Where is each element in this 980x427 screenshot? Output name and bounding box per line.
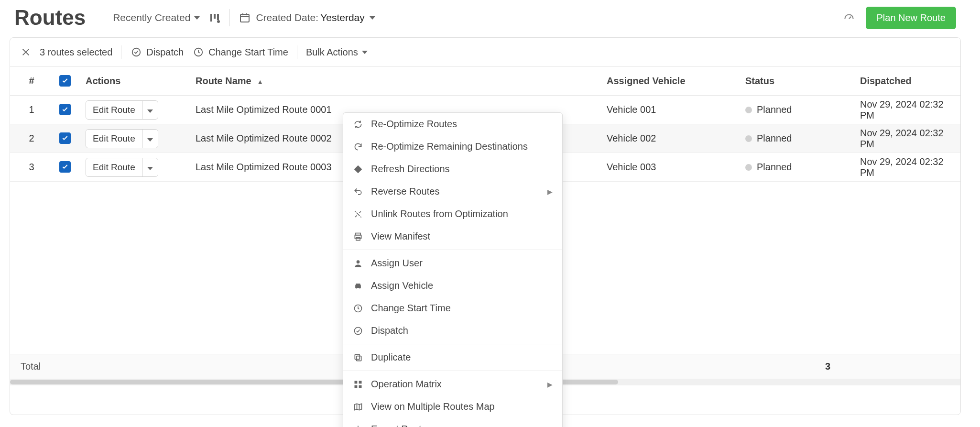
status-label: Planned [757,104,792,115]
unlink-icon [353,209,363,219]
edit-route-caret[interactable] [142,158,158,176]
print-icon [353,231,363,242]
menu-refresh-directions[interactable]: Refresh Directions [343,158,562,180]
divider [229,9,230,26]
download-icon [353,424,363,427]
checkbox-checked-icon[interactable] [59,132,71,144]
edit-route-caret[interactable] [142,130,158,148]
row-checkbox[interactable] [48,161,82,173]
col-assigned-vehicle[interactable]: Assigned Vehicle [603,76,741,87]
menu-label: Re-Optimize Remaining Destinations [371,141,528,152]
redo-icon [353,142,363,152]
submenu-arrow-icon: ▶ [547,381,553,388]
total-label: Total [21,361,41,372]
caret-down-icon [147,109,153,113]
row-dispatched: Nov 29, 2024 02:32 PM [856,156,956,178]
row-assigned-vehicle[interactable]: Vehicle 002 [603,133,741,144]
svg-rect-19 [355,385,358,388]
change-start-time-action[interactable]: Change Start Time [192,46,288,58]
status-label: Planned [757,162,792,173]
bulk-actions-dropdown[interactable]: Bulk Actions [306,47,368,58]
menu-duplicate[interactable]: Duplicate [343,346,562,369]
row-checkbox[interactable] [48,132,82,144]
svg-rect-4 [240,14,249,22]
svg-rect-20 [359,385,362,388]
row-dispatched: Nov 29, 2024 02:32 PM [856,99,956,121]
clear-selection-icon[interactable] [21,47,31,57]
view-filter-dropdown[interactable]: Recently Created [113,12,200,23]
menu-assign-vehicle[interactable]: Assign Vehicle [343,274,562,297]
col-status[interactable]: Status [741,76,856,87]
status-dot-icon [745,164,752,171]
svg-point-5 [132,48,141,56]
caret-down-icon [370,16,375,20]
menu-reoptimize-routes[interactable]: Re-Optimize Routes [343,113,562,135]
menu-label: View on Multiple Routes Map [371,401,495,412]
menu-label: Duplicate [371,352,411,363]
edit-route-button[interactable]: Edit Route [86,101,142,119]
row-assigned-vehicle[interactable]: Vehicle 001 [603,104,741,115]
svg-point-12 [359,287,361,288]
row-status: Planned [741,162,856,173]
selection-count: 3 routes selected [40,47,112,58]
menu-unlink-routes[interactable]: Unlink Routes from Optimization [343,203,562,225]
submenu-arrow-icon: ▶ [547,188,553,196]
created-date-value: Yesterday [320,12,365,23]
edit-route-button-group: Edit Route [86,158,158,177]
menu-label: Operation Matrix [371,379,442,390]
menu-label: Assign User [371,258,423,269]
menu-label: Assign Vehicle [371,280,433,291]
map-icon [353,402,363,412]
bulk-actions-menu: Re-Optimize Routes Re-Optimize Remaining… [343,112,563,427]
edit-route-button[interactable]: Edit Route [86,158,142,176]
col-select-all[interactable] [48,75,82,87]
svg-rect-17 [355,381,358,383]
menu-reverse-routes[interactable]: Reverse Routes ▶ [343,180,562,203]
dispatch-label: Dispatch [146,47,184,58]
menu-view-manifest[interactable]: View Manifest [343,225,562,248]
customize-columns-icon[interactable] [208,11,221,24]
dispatch-action[interactable]: Dispatch [130,46,184,58]
sort-asc-icon: ▲ [257,78,263,86]
vehicle-icon [353,281,363,291]
edit-route-caret[interactable] [142,101,158,119]
view-filter-label: Recently Created [113,12,190,23]
edit-route-button[interactable]: Edit Route [86,130,142,148]
menu-operation-matrix[interactable]: Operation Matrix ▶ [343,373,562,395]
row-number: 3 [15,162,48,173]
row-number: 2 [15,133,48,144]
selection-toolbar: 3 routes selected Dispatch Change Start … [10,38,960,67]
checkbox-checked-icon[interactable] [59,104,71,115]
speedometer-icon[interactable] [843,11,855,24]
checkbox-checked-icon[interactable] [59,161,71,173]
row-status: Planned [741,104,856,115]
row-checkbox[interactable] [48,104,82,116]
menu-view-multi-map[interactable]: View on Multiple Routes Map [343,395,562,418]
col-route-name[interactable]: Route Name ▲ [192,76,603,87]
grid-icon [353,379,363,390]
menu-reoptimize-remaining[interactable]: Re-Optimize Remaining Destinations [343,135,562,158]
divider [297,45,297,59]
menu-label: Export Routes [371,424,432,427]
col-actions[interactable]: Actions [82,76,192,87]
col-number[interactable]: # [15,76,48,87]
row-assigned-vehicle[interactable]: Vehicle 003 [603,162,741,173]
menu-label: Unlink Routes from Optimization [371,208,508,219]
svg-rect-18 [359,381,362,383]
menu-change-start-time[interactable]: Change Start Time [343,297,562,319]
dispatch-icon [353,326,363,336]
col-dispatched[interactable]: Dispatched [856,76,956,87]
divider [121,45,121,59]
page-title: Routes [14,6,86,30]
menu-dispatch[interactable]: Dispatch [343,319,562,342]
checkbox-checked-icon[interactable] [59,75,71,87]
page-header: Routes Recently Created Created Date: Ye… [0,0,970,37]
created-date-label: Created Date: [256,12,318,23]
total-value: 3 [825,361,830,372]
menu-separator [343,250,562,250]
col-route-name-label: Route Name [196,76,251,86]
menu-export-routes[interactable]: Export Routes ▶ [343,418,562,427]
menu-assign-user[interactable]: Assign User [343,252,562,274]
plan-new-route-button[interactable]: Plan New Route [866,7,956,29]
created-date-filter[interactable]: Created Date: Yesterday [256,12,375,23]
